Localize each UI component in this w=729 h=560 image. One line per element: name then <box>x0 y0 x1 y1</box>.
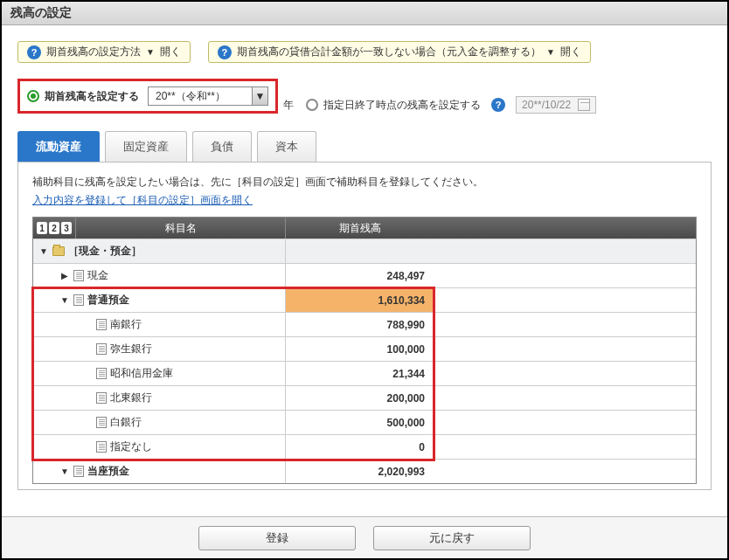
help-method-button[interactable]: ? 期首残高の設定方法 ▼ 開く <box>17 41 191 63</box>
window-title: 残高の設定 <box>2 2 727 25</box>
row-value[interactable]: 248,497 <box>285 264 434 287</box>
document-icon <box>96 417 107 428</box>
row-label: 昭和信用金庫 <box>110 366 173 381</box>
document-icon <box>96 319 107 330</box>
collapse-icon[interactable]: ▼ <box>59 295 70 306</box>
row-label: 白銀行 <box>110 415 142 430</box>
row-label: 現金 <box>87 268 108 283</box>
row-label: 弥生銀行 <box>110 342 152 356</box>
table-row[interactable]: ▼［現金・預金］ <box>33 239 696 263</box>
hint-text: 補助科目に残高を設定したい場合は、先に［科目の設定］画面で補助科目を登録してくだ… <box>32 175 697 190</box>
row-label: 普通預金 <box>87 293 129 308</box>
open-account-settings-link[interactable]: 入力内容を登録して［科目の設定］画面を開く <box>32 193 253 208</box>
row-label: 北東銀行 <box>110 391 152 405</box>
submit-button[interactable]: 登録 <box>198 526 356 550</box>
radio-specified-date[interactable]: 指定日終了時点の残高を設定する <box>306 98 481 113</box>
calendar-icon <box>578 99 590 111</box>
table-row[interactable]: ▼普通預金 1,610,334 <box>33 287 696 312</box>
document-icon <box>73 294 84 306</box>
document-icon <box>96 343 107 355</box>
open-label: 開く <box>560 45 581 59</box>
date-value: 20**/10/22 <box>522 99 571 111</box>
table-row[interactable]: 北東銀行 200,000 <box>33 385 696 410</box>
level-buttons[interactable]: 1 2 3 <box>33 218 75 239</box>
question-icon: ? <box>218 45 232 59</box>
question-icon[interactable]: ? <box>491 98 505 112</box>
year-combo[interactable]: 20**（令和**） ▼ <box>148 86 268 106</box>
radio-opening-balance[interactable]: 期首残高を設定する <box>27 89 139 104</box>
level-3-button[interactable]: 3 <box>61 222 72 234</box>
row-value[interactable]: 500,000 <box>285 411 434 434</box>
help-adjust-label: 期首残高の貸借合計金額が一致しない場合（元入金を調整する） <box>237 45 541 59</box>
tab-fixed-assets[interactable]: 固定資産 <box>105 131 187 162</box>
tab-current-assets[interactable]: 流動資産 <box>17 131 100 162</box>
expand-icon[interactable]: ▶ <box>59 271 70 281</box>
row-value[interactable]: 0 <box>285 435 434 459</box>
row-value: 2,020,993 <box>285 460 434 483</box>
chevron-down-icon[interactable]: ▼ <box>252 87 267 105</box>
document-icon <box>96 368 107 379</box>
row-value: 1,610,334 <box>285 288 434 312</box>
document-icon <box>96 441 107 453</box>
question-icon: ? <box>27 45 41 59</box>
table-row[interactable]: 弥生銀行 100,000 <box>33 336 696 361</box>
tab-capital[interactable]: 資本 <box>257 131 316 162</box>
row-value[interactable]: 200,000 <box>285 386 434 410</box>
radio-unchecked-icon <box>306 99 318 111</box>
help-adjust-button[interactable]: ? 期首残高の貸借合計金額が一致しない場合（元入金を調整する） ▼ 開く <box>208 41 591 63</box>
radio-opening-label: 期首残高を設定する <box>45 89 139 104</box>
table-row[interactable]: 南銀行 788,990 <box>33 312 696 336</box>
open-label: 開く <box>160 45 181 59</box>
tab-liabilities[interactable]: 負債 <box>192 131 252 162</box>
document-icon <box>96 392 107 404</box>
table-row[interactable]: 指定なし 0 <box>33 434 696 459</box>
date-field: 20**/10/22 <box>516 96 596 114</box>
year-combo-value: 20**（令和**） <box>149 89 252 104</box>
col-account-name: 科目名 <box>75 218 285 239</box>
table-row[interactable]: 白銀行 500,000 <box>33 410 696 434</box>
table-row[interactable]: ▶現金 248,497 <box>33 263 696 287</box>
level-2-button[interactable]: 2 <box>49 222 59 234</box>
level-1-button[interactable]: 1 <box>37 222 47 234</box>
row-value[interactable]: 21,344 <box>285 362 434 385</box>
reset-button[interactable]: 元に戻す <box>373 526 531 550</box>
table-row[interactable]: 昭和信用金庫 21,344 <box>33 361 696 385</box>
row-value <box>285 239 434 263</box>
radio-checked-icon <box>27 90 39 102</box>
collapse-icon[interactable]: ▼ <box>38 246 49 257</box>
row-label: ［現金・預金］ <box>68 244 142 259</box>
table-row[interactable]: ▼当座預金 2,020,993 <box>33 459 696 483</box>
collapse-icon[interactable]: ▼ <box>59 467 70 477</box>
row-label: 南銀行 <box>110 317 142 332</box>
row-label: 指定なし <box>110 439 152 454</box>
help-method-label: 期首残高の設定方法 <box>46 45 141 59</box>
document-icon <box>73 466 84 477</box>
col-opening-balance: 期首残高 <box>285 218 434 239</box>
chevron-down-icon: ▼ <box>546 47 555 57</box>
folder-icon <box>52 246 65 256</box>
row-label: 当座預金 <box>87 464 129 479</box>
row-value[interactable]: 788,990 <box>285 313 434 336</box>
radio-specified-label: 指定日終了時点の残高を設定する <box>323 98 481 113</box>
opening-balance-option-box: 期首残高を設定する 20**（令和**） ▼ <box>17 79 278 114</box>
document-icon <box>73 270 84 281</box>
balance-table: 1 2 3 科目名 期首残高 ▼［現金・預金］ ▶現金 248,497 <box>32 217 697 484</box>
row-value[interactable]: 100,000 <box>285 337 434 361</box>
year-suffix: 年 <box>283 98 294 113</box>
chevron-down-icon: ▼ <box>146 47 155 57</box>
